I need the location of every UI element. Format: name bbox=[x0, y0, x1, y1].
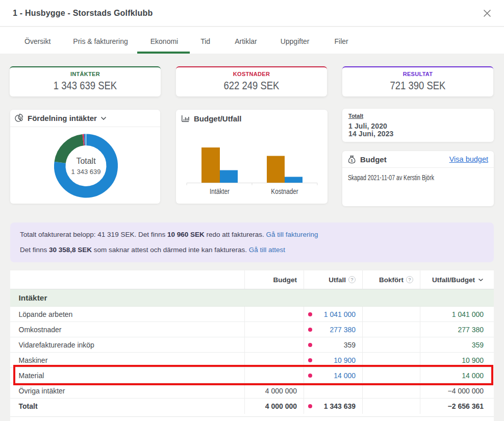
svg-text:1 343 639: 1 343 639 bbox=[71, 168, 101, 176]
svg-text:Intäkter: Intäkter bbox=[210, 187, 230, 195]
svg-text:Kostnader: Kostnader bbox=[271, 187, 298, 195]
svg-text:$: $ bbox=[351, 158, 354, 162]
svg-text:Totalt: Totalt bbox=[76, 157, 96, 165]
